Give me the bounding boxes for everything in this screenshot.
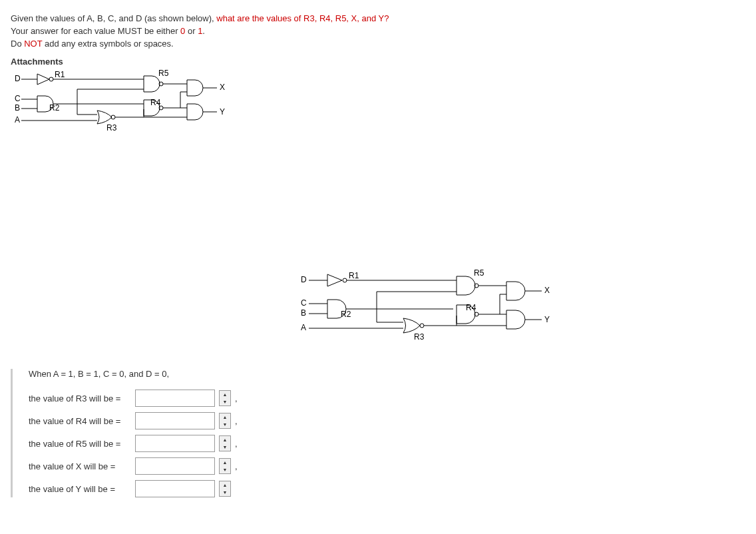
svg-text:R3: R3 bbox=[414, 332, 425, 342]
row-r3: the value of R3 will be = ▲▼ , bbox=[29, 390, 745, 407]
row-y: the value of Y will be = ▲▼ bbox=[29, 480, 745, 497]
svg-text:X: X bbox=[220, 83, 225, 92]
input-r3[interactable] bbox=[135, 390, 215, 407]
step-down-icon: ▼ bbox=[220, 421, 230, 428]
label-y: the value of Y will be = bbox=[29, 484, 135, 494]
question-text: Given the values of A, B, C, and D (as s… bbox=[11, 13, 745, 49]
svg-text:R1: R1 bbox=[55, 70, 65, 79]
svg-marker-2 bbox=[37, 74, 49, 85]
comma-r5: , bbox=[235, 439, 238, 449]
svg-text:R4: R4 bbox=[466, 303, 476, 312]
svg-point-56 bbox=[420, 324, 424, 328]
answer-area: When A = 1, B = 1, C = 0, and D = 0, the… bbox=[11, 369, 745, 497]
label-r4: the value of R4 will be = bbox=[29, 416, 135, 426]
step-down-icon: ▼ bbox=[220, 398, 230, 405]
q-line1-red: what are the values of R3, R4, R5, X, an… bbox=[216, 13, 389, 23]
stepper-r5[interactable]: ▲▼ bbox=[219, 435, 231, 451]
comma-x: , bbox=[235, 461, 238, 471]
row-r5: the value of R5 will be = ▲▼ , bbox=[29, 435, 745, 452]
svg-text:A: A bbox=[15, 115, 20, 125]
step-down-icon: ▼ bbox=[220, 489, 230, 496]
svg-marker-42 bbox=[327, 274, 342, 286]
svg-text:Y: Y bbox=[544, 315, 550, 324]
input-r5[interactable] bbox=[135, 435, 215, 452]
step-up-icon: ▲ bbox=[220, 481, 230, 489]
stepper-y[interactable]: ▲▼ bbox=[219, 481, 231, 497]
input-y[interactable] bbox=[135, 480, 215, 497]
stepper-r3[interactable]: ▲▼ bbox=[219, 390, 231, 406]
svg-text:R2: R2 bbox=[49, 103, 60, 113]
q-line1-pre: Given the values of A, B, C, and D (as s… bbox=[11, 13, 216, 23]
input-x[interactable] bbox=[135, 457, 215, 475]
given-values: When A = 1, B = 1, C = 0, and D = 0, bbox=[29, 369, 745, 379]
svg-text:C: C bbox=[15, 94, 21, 103]
q-line2-post: . bbox=[202, 26, 205, 36]
q-line2-pre: Your answer for each value MUST be eithe… bbox=[11, 26, 180, 36]
svg-text:R5: R5 bbox=[158, 69, 169, 78]
q-line3-pre: Do bbox=[11, 39, 24, 49]
label-r5: the value of R5 will be = bbox=[29, 439, 135, 449]
row-x: the value of X will be = ▲▼ , bbox=[29, 457, 745, 475]
attachments-heading: Attachments bbox=[11, 57, 745, 67]
circuit-diagram-2: .l{stroke:#000;stroke-width:1;fill:none}… bbox=[297, 269, 745, 356]
step-up-icon: ▲ bbox=[220, 413, 230, 421]
label-r3: the value of R3 will be = bbox=[29, 394, 135, 403]
svg-text:D: D bbox=[15, 74, 21, 83]
svg-text:C: C bbox=[301, 298, 307, 308]
stepper-r4[interactable]: ▲▼ bbox=[219, 413, 231, 429]
q-line3-post: add any extra symbols or spaces. bbox=[42, 39, 173, 49]
q-line2-mid: or bbox=[185, 26, 198, 36]
step-up-icon: ▲ bbox=[220, 436, 230, 443]
row-r4: the value of R4 will be = ▲▼ , bbox=[29, 412, 745, 429]
comma-r3: , bbox=[235, 394, 238, 403]
svg-text:Y: Y bbox=[220, 107, 225, 117]
step-up-icon: ▲ bbox=[220, 391, 230, 398]
svg-text:B: B bbox=[301, 308, 306, 318]
input-r4[interactable] bbox=[135, 412, 215, 429]
stepper-x[interactable]: ▲▼ bbox=[219, 458, 231, 474]
svg-text:R2: R2 bbox=[341, 310, 351, 319]
comma-r4: , bbox=[235, 416, 238, 426]
svg-text:R1: R1 bbox=[349, 271, 359, 280]
svg-text:X: X bbox=[544, 286, 550, 295]
step-up-icon: ▲ bbox=[220, 459, 230, 466]
svg-text:D: D bbox=[301, 275, 307, 284]
svg-text:R3: R3 bbox=[106, 123, 117, 133]
circuit-diagram-1: .l{stroke:#000;stroke-width:1;fill:none}… bbox=[11, 69, 745, 149]
svg-point-43 bbox=[343, 278, 347, 282]
svg-text:R4: R4 bbox=[150, 98, 161, 107]
svg-text:R5: R5 bbox=[474, 269, 484, 278]
step-down-icon: ▼ bbox=[220, 443, 230, 451]
svg-text:A: A bbox=[301, 323, 306, 332]
step-down-icon: ▼ bbox=[220, 466, 230, 473]
label-x: the value of X will be = bbox=[29, 461, 135, 471]
q-line3-red: NOT bbox=[24, 39, 42, 49]
svg-text:B: B bbox=[15, 103, 20, 113]
